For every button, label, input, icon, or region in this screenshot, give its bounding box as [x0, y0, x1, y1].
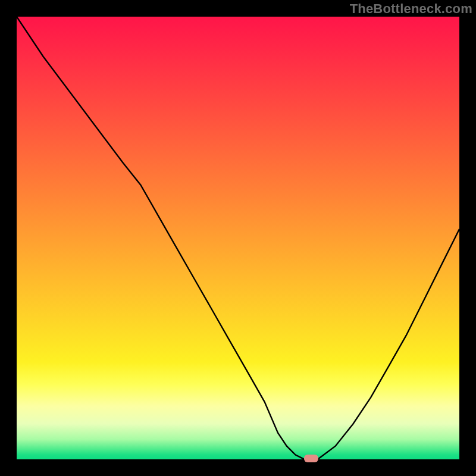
plot-area — [17, 17, 459, 459]
chart-container: TheBottleneck.com — [0, 0, 476, 476]
gradient-background — [17, 17, 459, 459]
minimum-marker — [304, 455, 318, 462]
watermark-text: TheBottleneck.com — [350, 1, 472, 17]
plot-svg — [17, 17, 459, 459]
